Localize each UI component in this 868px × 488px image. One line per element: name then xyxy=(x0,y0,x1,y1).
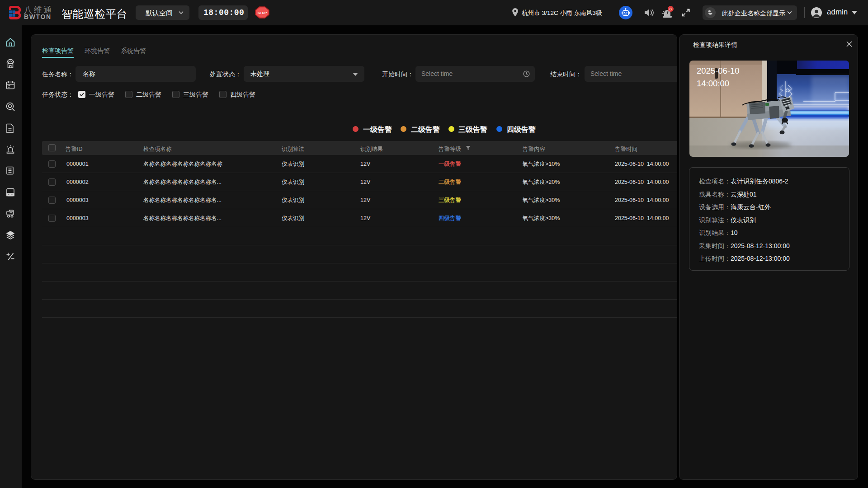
svg-text:14:00:00: 14:00:00 xyxy=(697,79,729,88)
svg-text:STOP: STOP xyxy=(258,11,267,15)
svg-text:2025-06-10: 2025-06-10 xyxy=(697,66,740,75)
